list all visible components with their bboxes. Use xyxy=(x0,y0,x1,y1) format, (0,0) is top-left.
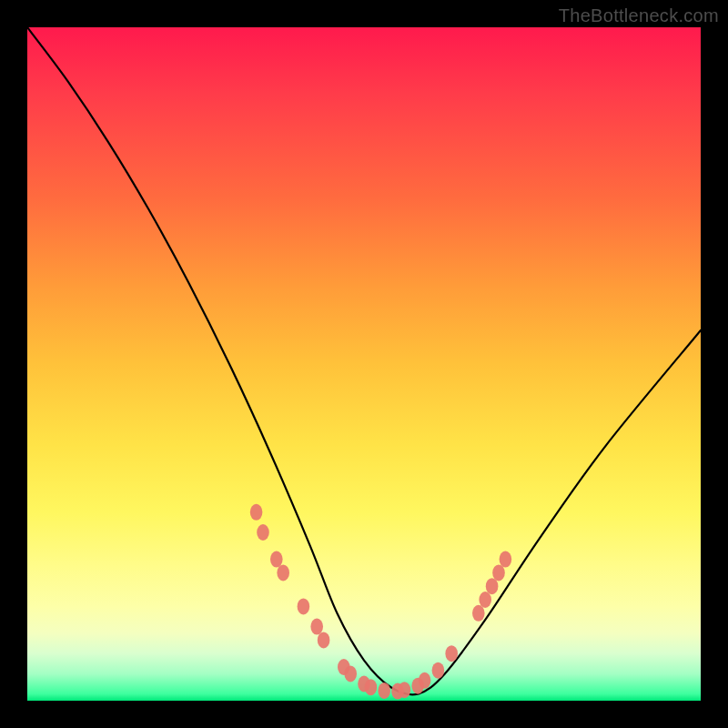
curve-marker xyxy=(310,619,323,635)
curve-marker xyxy=(419,672,431,689)
marker-group xyxy=(250,504,511,700)
curve-marker xyxy=(344,665,357,682)
curve-marker xyxy=(500,551,512,568)
curve-marker xyxy=(257,524,269,541)
curve-marker xyxy=(445,645,458,662)
curve-marker xyxy=(250,504,263,521)
curve-marker xyxy=(378,682,390,699)
curve-marker xyxy=(277,564,289,581)
curve-marker xyxy=(318,632,330,648)
watermark-text: TheBottleneck.com xyxy=(559,5,719,26)
curve-marker xyxy=(298,598,310,614)
curve-marker xyxy=(492,564,505,581)
curve-marker xyxy=(270,551,283,568)
bottleneck-curve-line xyxy=(27,27,701,694)
curve-marker xyxy=(432,662,445,679)
chart-svg xyxy=(27,27,701,701)
curve-marker xyxy=(486,578,499,594)
curve-marker xyxy=(365,679,378,695)
curve-marker xyxy=(472,605,485,622)
plot-area xyxy=(27,27,701,701)
curve-marker xyxy=(479,592,491,608)
curve-marker xyxy=(399,682,411,698)
